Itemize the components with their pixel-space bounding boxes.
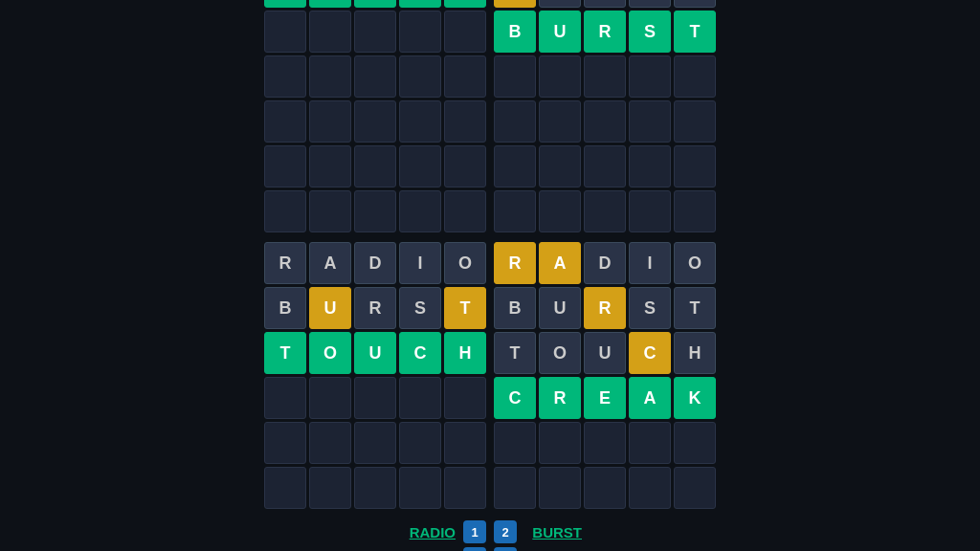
footer-word-radio[interactable]: RADIO xyxy=(398,524,456,540)
cell: B xyxy=(264,287,306,329)
cell: O xyxy=(539,332,581,374)
cell xyxy=(444,190,486,232)
cell xyxy=(494,190,536,232)
board-row: B U R S T xyxy=(494,287,716,329)
cell: K xyxy=(674,377,716,419)
cell xyxy=(264,422,306,464)
cell xyxy=(354,422,396,464)
cell xyxy=(354,145,396,187)
cell xyxy=(264,467,306,509)
cell xyxy=(444,467,486,509)
cell: R xyxy=(539,377,581,419)
cell xyxy=(264,55,306,98)
cell: T xyxy=(444,287,486,329)
top-boards: R A D I O xyxy=(264,0,716,232)
cell: R xyxy=(584,287,626,329)
footer-row-2: TOUCH 3 4 CREAK xyxy=(398,547,582,551)
cell: T xyxy=(674,287,716,329)
cell xyxy=(444,55,486,98)
board-row xyxy=(494,467,716,509)
cell xyxy=(309,145,351,187)
cell: S xyxy=(629,11,671,53)
cell xyxy=(309,100,351,143)
board-row: R A D I O xyxy=(494,0,716,8)
cell: T xyxy=(264,332,306,374)
cell: U xyxy=(309,287,351,329)
cell xyxy=(629,100,671,143)
cell: S xyxy=(629,287,671,329)
cell xyxy=(309,377,351,419)
cell: A xyxy=(309,0,351,8)
cell: O xyxy=(309,332,351,374)
cell: U xyxy=(539,287,581,329)
footer-word-burst[interactable]: BURST xyxy=(524,524,582,540)
cell xyxy=(539,190,581,232)
cell xyxy=(354,11,396,53)
cell xyxy=(354,55,396,98)
board-row xyxy=(494,100,716,143)
board-row: R A D I O xyxy=(494,242,716,284)
board-row: T O U C H xyxy=(264,332,486,374)
board-row xyxy=(264,11,486,53)
cell: R xyxy=(584,11,626,53)
cell: U xyxy=(354,332,396,374)
board-row: R A D I O xyxy=(264,0,486,8)
board-row xyxy=(494,55,716,98)
cell xyxy=(309,422,351,464)
cell xyxy=(539,467,581,509)
cell: R xyxy=(264,0,306,8)
boards-wrapper: R A D I O xyxy=(264,0,716,509)
cell xyxy=(444,145,486,187)
cell xyxy=(399,422,441,464)
cell xyxy=(264,145,306,187)
cell: I xyxy=(399,242,441,284)
board-row xyxy=(494,145,716,187)
cell xyxy=(629,422,671,464)
cell xyxy=(399,100,441,143)
cell xyxy=(674,145,716,187)
cell: U xyxy=(539,11,581,53)
cell xyxy=(539,55,581,98)
cell xyxy=(629,190,671,232)
cell xyxy=(399,145,441,187)
board-row xyxy=(264,55,486,98)
cell xyxy=(309,55,351,98)
cell xyxy=(399,55,441,98)
cell: D xyxy=(584,0,626,8)
board-row xyxy=(264,422,486,464)
cell xyxy=(539,422,581,464)
cell: O xyxy=(444,0,486,8)
cell xyxy=(629,145,671,187)
board-row: R A D I O xyxy=(264,242,486,284)
cell xyxy=(539,100,581,143)
board-row: B U R S T xyxy=(494,11,716,53)
cell: I xyxy=(629,242,671,284)
cell: C xyxy=(629,332,671,374)
cell xyxy=(264,100,306,143)
footer-badge-2: 2 xyxy=(494,520,517,543)
cell xyxy=(629,55,671,98)
cell: A xyxy=(539,0,581,8)
cell: D xyxy=(584,242,626,284)
cell xyxy=(629,467,671,509)
cell xyxy=(584,467,626,509)
cell xyxy=(309,190,351,232)
cell xyxy=(674,467,716,509)
cell: E xyxy=(584,377,626,419)
cell: R xyxy=(494,0,536,8)
bottom-left-board: R A D I O B U R S T T O U xyxy=(264,242,486,509)
cell: R xyxy=(354,287,396,329)
board-row: B U R S T xyxy=(264,287,486,329)
cell xyxy=(584,422,626,464)
cell: O xyxy=(674,0,716,8)
cell xyxy=(584,145,626,187)
board-row xyxy=(264,190,486,232)
cell: D xyxy=(354,242,396,284)
cell xyxy=(354,190,396,232)
cell xyxy=(399,190,441,232)
cell: A xyxy=(629,377,671,419)
cell: I xyxy=(399,0,441,8)
board-row: T O U C H xyxy=(494,332,716,374)
cell xyxy=(399,467,441,509)
cell xyxy=(354,377,396,419)
